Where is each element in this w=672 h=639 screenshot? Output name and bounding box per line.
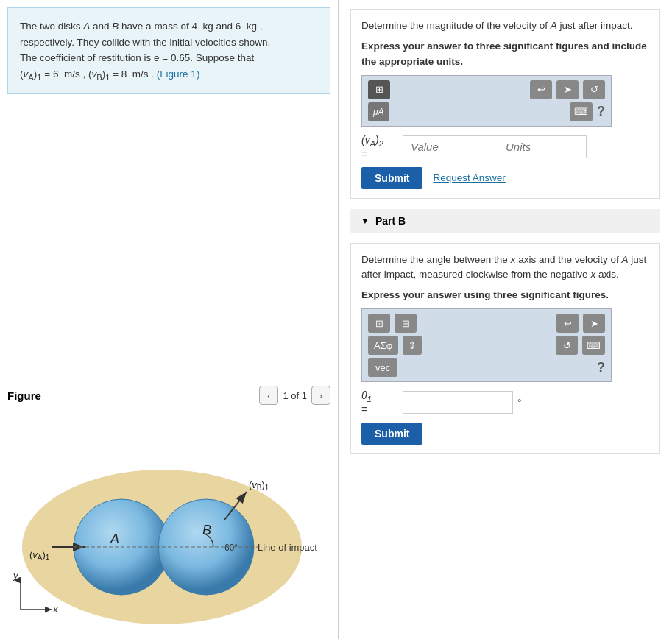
toolbar-a-row1: ⊞ ↩ ➤ ↺ bbox=[368, 80, 605, 99]
figure-page: 1 of 1 bbox=[283, 390, 307, 401]
left-panel: The two disks A and B have a mass of 4 k… bbox=[0, 0, 339, 639]
redo-button-b[interactable]: ➤ bbox=[583, 314, 605, 333]
part-b-header: ▼ Part B bbox=[350, 209, 660, 233]
undo-button-b[interactable]: ↩ bbox=[556, 314, 579, 333]
figure-nav: ‹ 1 of 1 › bbox=[259, 386, 330, 405]
svg-text:A: A bbox=[110, 532, 119, 546]
right-panel: Determine the magnitude of the velocity … bbox=[339, 0, 672, 639]
svg-text:(vB)1: (vB)1 bbox=[249, 479, 269, 492]
toolbar-a: ⊞ ↩ ➤ ↺ μA ⌨ ? bbox=[361, 75, 612, 127]
submit-button-a[interactable]: Submit bbox=[361, 167, 422, 189]
next-figure-button[interactable]: › bbox=[311, 386, 330, 405]
svg-text:Line of impact: Line of impact bbox=[258, 542, 317, 553]
collapse-arrow-b[interactable]: ▼ bbox=[361, 216, 369, 226]
grid-icon-button[interactable]: ⊞ bbox=[368, 80, 390, 99]
figure-header: Figure ‹ 1 of 1 › bbox=[7, 386, 330, 405]
submit-button-b[interactable]: Submit bbox=[361, 423, 422, 445]
answer-row-a: (vA)2= bbox=[361, 134, 649, 160]
redo-button-a[interactable]: ➤ bbox=[556, 80, 579, 99]
problem-text: The two disks A and B have a mass of 4 k… bbox=[20, 18, 318, 83]
figure-svg: A B (vA)1 (vB)1 bbox=[7, 411, 331, 632]
svg-text:y: y bbox=[13, 570, 19, 581]
action-row-b: Submit bbox=[361, 423, 649, 445]
part-a-express: Express your answer to three significant… bbox=[361, 39, 649, 69]
part-a-instruction: Determine the magnitude of the velocity … bbox=[361, 18, 649, 33]
answer-label-b: θ1= bbox=[361, 389, 398, 415]
units-input-a[interactable] bbox=[498, 135, 587, 158]
prev-figure-button[interactable]: ‹ bbox=[259, 386, 278, 405]
figure-section: Figure ‹ 1 of 1 › bbox=[7, 386, 330, 632]
answer-row-b: θ1= ° bbox=[361, 389, 649, 415]
toolbar-b-row3: vec ? bbox=[368, 358, 605, 377]
svg-text:x: x bbox=[52, 604, 58, 615]
toolbar-a-row2: μA ⌨ ? bbox=[368, 102, 605, 121]
figure-link[interactable]: (Figure 1) bbox=[157, 68, 200, 80]
problem-box: The two disks A and B have a mass of 4 k… bbox=[7, 7, 330, 94]
action-row-a: Submit Request Answer bbox=[361, 167, 649, 189]
toolbar-b: ⊡ ⊞ ↩ ➤ AΣφ ⇕ ↺ ⌨ vec ? bbox=[361, 308, 612, 382]
figure-container: A B (vA)1 (vB)1 bbox=[7, 411, 331, 632]
keyboard-button-a[interactable]: ⌨ bbox=[570, 102, 593, 121]
value-input-b[interactable] bbox=[403, 391, 513, 414]
toolbar-b-row2: AΣφ ⇕ ↺ ⌨ bbox=[368, 336, 605, 355]
mini-grid-button[interactable]: ⊡ bbox=[368, 314, 390, 333]
vec-button[interactable]: vec bbox=[368, 358, 397, 377]
refresh-button-a[interactable]: ↺ bbox=[583, 80, 605, 99]
undo-button-a[interactable]: ↩ bbox=[530, 80, 552, 99]
request-answer-link-a[interactable]: Request Answer bbox=[433, 172, 505, 183]
help-button-a[interactable]: ? bbox=[597, 104, 605, 119]
part-b-express: Express your answer using three signific… bbox=[361, 288, 649, 303]
part-b-section: Determine the angle between the x axis a… bbox=[350, 243, 660, 455]
keyboard-button-b[interactable]: ⌨ bbox=[582, 336, 605, 355]
refresh-button-b[interactable]: ↺ bbox=[556, 336, 578, 355]
figure-label: Figure bbox=[7, 389, 41, 402]
sort-button[interactable]: ⇕ bbox=[403, 336, 422, 355]
part-b-instruction: Determine the angle between the x axis a… bbox=[361, 253, 649, 283]
answer-label-a: (vA)2= bbox=[361, 134, 398, 160]
help-button-b[interactable]: ? bbox=[597, 360, 605, 375]
ase-button[interactable]: AΣφ bbox=[368, 336, 398, 355]
part-a-section: Determine the magnitude of the velocity … bbox=[350, 9, 660, 199]
part-a-content: Determine the magnitude of the velocity … bbox=[351, 10, 659, 198]
part-b-label: Part B bbox=[375, 215, 406, 227]
toolbar-b-row1: ⊡ ⊞ ↩ ➤ bbox=[368, 314, 605, 333]
mu-button[interactable]: μA bbox=[368, 102, 389, 121]
value-input-a[interactable] bbox=[403, 135, 498, 158]
degree-symbol: ° bbox=[517, 397, 522, 409]
grid-button-b[interactable]: ⊞ bbox=[395, 314, 417, 333]
svg-text:60°: 60° bbox=[224, 543, 238, 553]
part-b-content: Determine the angle between the x axis a… bbox=[351, 244, 659, 454]
